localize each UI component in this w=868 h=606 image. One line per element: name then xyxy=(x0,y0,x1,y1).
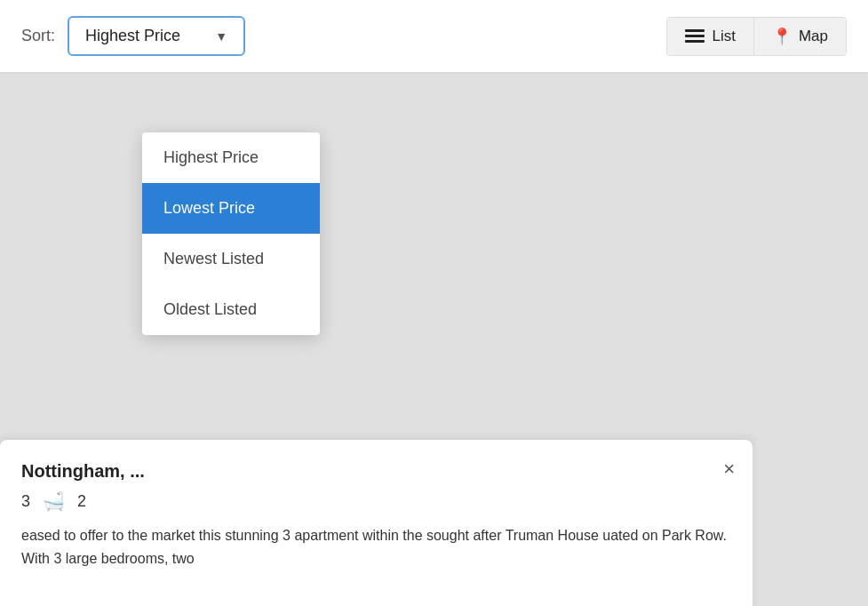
sort-label: Sort: xyxy=(21,27,55,45)
card-stats: 3 🛁 2 xyxy=(21,490,731,512)
sort-selected-value: Highest Price xyxy=(85,27,180,45)
baths-count: 2 xyxy=(77,492,86,511)
beds-count: 3 xyxy=(21,492,30,511)
card-close-button[interactable]: × xyxy=(723,458,735,481)
map-btn-label: Map xyxy=(799,28,828,45)
sort-option-lowest-price[interactable]: Lowest Price xyxy=(142,183,320,234)
sort-dropdown-button[interactable]: Highest Price ▼ xyxy=(68,16,245,56)
chevron-down-icon: ▼ xyxy=(215,29,227,44)
map-view-button[interactable]: 📍 Map xyxy=(754,18,846,55)
card-title: Nottingham, ... xyxy=(21,461,731,482)
list-icon xyxy=(685,29,705,43)
property-card: × Nottingham, ... 3 🛁 2 eased to offer t… xyxy=(0,440,753,606)
view-toggle: List 📍 Map xyxy=(666,17,847,56)
card-description: eased to offer to the market this stunni… xyxy=(21,524,731,570)
sort-dropdown-menu: Highest Price Lowest Price Newest Listed… xyxy=(142,132,320,335)
content-area: Highest Price Lowest Price Newest Listed… xyxy=(0,72,868,606)
sort-option-newest-listed[interactable]: Newest Listed xyxy=(142,234,320,284)
bath-icon: 🛁 xyxy=(43,490,65,512)
sort-option-highest-price[interactable]: Highest Price xyxy=(142,132,320,183)
sort-option-oldest-listed[interactable]: Oldest Listed xyxy=(142,284,320,335)
list-view-button[interactable]: List xyxy=(667,18,753,55)
map-pin-icon: 📍 xyxy=(772,27,792,46)
list-btn-label: List xyxy=(712,28,735,45)
toolbar: Sort: Highest Price ▼ List 📍 Map xyxy=(0,0,868,72)
